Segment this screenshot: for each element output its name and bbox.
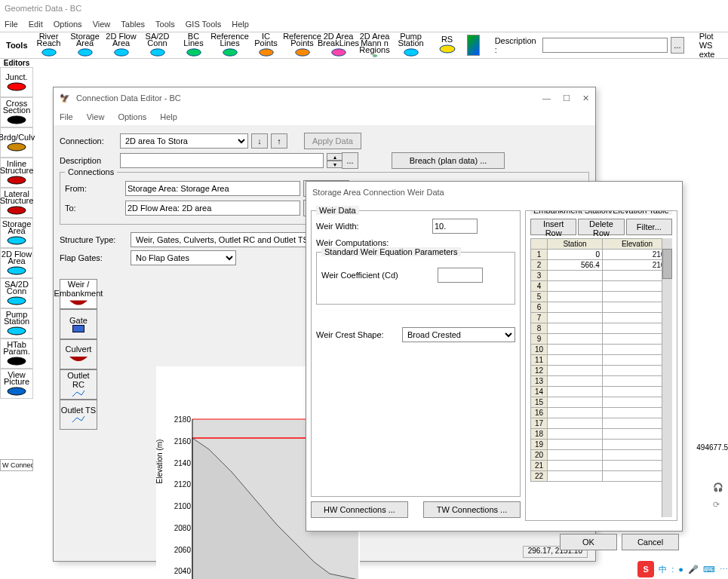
map-icon[interactable] (467, 35, 480, 56)
desc-ellipsis-button[interactable]: ... (342, 152, 358, 169)
conn-desc-input[interactable] (120, 153, 324, 168)
close-icon[interactable]: ✕ (582, 93, 589, 103)
table-row[interactable]: 12 (531, 366, 672, 376)
table-row[interactable]: 20 (531, 450, 672, 461)
editor-storage-area[interactable]: StorageArea (0, 218, 33, 248)
table-row[interactable]: 22 (531, 471, 672, 482)
tool-2d-area-mann-n-regions[interactable]: 2D AreaMann nRegions (357, 32, 393, 58)
connection-select[interactable]: 2D area To Stora (120, 133, 248, 149)
table-row[interactable]: 11 (531, 355, 672, 366)
table-row[interactable]: 13 (531, 376, 672, 387)
tool-2d-flow-area[interactable]: 2D FlowArea (103, 32, 140, 58)
tab-outlet-ts[interactable]: Outlet TS (60, 400, 97, 430)
menu-file[interactable]: File (5, 20, 18, 29)
tab-weir-embankment[interactable]: Weir / Embankment (60, 279, 97, 309)
table-row[interactable]: 9 (531, 334, 672, 345)
tab-culvert[interactable]: Culvert (60, 339, 97, 369)
conn-menu-file[interactable]: File (60, 112, 73, 121)
conn-menu-help[interactable]: Help (160, 112, 177, 121)
tab-gate[interactable]: Gate (60, 309, 97, 339)
ok-button[interactable]: OK (560, 534, 617, 550)
headset-icon[interactable]: 🎧 (713, 482, 723, 492)
table-row[interactable]: 102160 (531, 250, 672, 260)
weir-coef-input[interactable] (438, 268, 483, 283)
menu-gistools[interactable]: GIS Tools (186, 20, 222, 29)
conn-menu-view[interactable]: View (87, 112, 105, 121)
table-row[interactable]: 10 (531, 345, 672, 355)
apply-data-button[interactable]: Apply Data (304, 133, 361, 149)
table-row[interactable]: 2566.42160 (531, 260, 672, 271)
tab-outlet-rc[interactable]: Outlet RC (60, 369, 97, 400)
tray-more-icon[interactable]: ⋯ (720, 565, 728, 574)
menu-view[interactable]: View (93, 20, 111, 29)
table-row[interactable]: 8 (531, 323, 672, 334)
menu-tools[interactable]: Tools (155, 20, 175, 29)
delete-row-button[interactable]: Delete Row (578, 219, 624, 235)
minimize-icon[interactable]: — (542, 93, 551, 103)
editor-lateral-structure[interactable]: LateralStructure (0, 188, 33, 218)
struct-type-select[interactable]: Weir, Gates, Culverts, Outlet RC and Out… (131, 232, 327, 247)
tool-ic-points[interactable]: ICPoints (248, 32, 284, 58)
embankment-table[interactable]: StationElevation 1021602566.421603456789… (530, 238, 672, 482)
table-row[interactable]: 6 (531, 302, 672, 313)
crest-shape-select[interactable]: Broad Crested (402, 327, 515, 342)
tw-connections-button[interactable]: TW Connections ... (423, 501, 521, 518)
menu-help[interactable]: Help (232, 20, 249, 29)
from-input[interactable] (125, 181, 300, 196)
flap-gates-select[interactable]: No Flap Gates (131, 250, 236, 265)
table-row[interactable]: 18 (531, 429, 672, 440)
tool-reference-lines[interactable]: ReferenceLines (212, 32, 248, 58)
filter-button[interactable]: Filter... (626, 219, 672, 235)
refresh-icon[interactable]: ⟳ (713, 500, 723, 510)
editor-inline-structure[interactable]: InlineStructure (0, 158, 33, 188)
table-row[interactable]: 21 (531, 461, 672, 471)
editor-brdg-culv[interactable]: Brdg/Culv (0, 127, 33, 158)
to-input[interactable] (125, 201, 300, 216)
hw-connections-button[interactable]: HW Connections ... (311, 501, 408, 518)
sogou-icon[interactable]: S (637, 561, 654, 577)
editor-sa-2d-conn[interactable]: SA/2DConn (0, 278, 33, 308)
spin-down-icon[interactable]: ▾ (327, 161, 343, 168)
table-row[interactable]: 15 (531, 397, 672, 408)
table-row[interactable]: 7 (531, 313, 672, 323)
insert-row-button[interactable]: Insert Row (530, 219, 576, 235)
maximize-icon[interactable]: ☐ (563, 93, 570, 103)
table-row[interactable]: 19 (531, 440, 672, 450)
table-row[interactable]: 14 (531, 387, 672, 397)
table-row[interactable]: 17 (531, 418, 672, 429)
tool-pump-station[interactable]: PumpStation (393, 32, 429, 58)
spin-up-icon[interactable]: ▴ (327, 153, 343, 161)
tray-face-icon[interactable]: ● (678, 565, 683, 574)
tool-reference-points[interactable]: ReferencePoints (284, 32, 321, 58)
conn-menu-options[interactable]: Options (118, 112, 146, 121)
editor-htab-param-[interactable]: HTabParam. (0, 339, 33, 369)
table-row[interactable]: 5 (531, 292, 672, 302)
breach-button[interactable]: Breach (plan data) ... (392, 152, 505, 169)
desc-input[interactable] (542, 38, 668, 53)
tool-sa-2d-conn[interactable]: SA/2DConn (140, 32, 176, 58)
table-row[interactable]: 4 (531, 281, 672, 292)
up-arrow-button[interactable]: ↑ (271, 133, 287, 149)
editor-view-picture[interactable]: ViewPicture (0, 369, 33, 399)
menu-edit[interactable]: Edit (29, 20, 43, 29)
editor-pump-station[interactable]: PumpStation (0, 308, 33, 339)
tray-kbd-icon[interactable]: ⌨ (703, 565, 715, 574)
tool-river-reach[interactable]: RiverReach (31, 32, 67, 58)
editor-junct-[interactable]: Junct. (0, 67, 33, 97)
weir-width-input[interactable] (432, 219, 478, 234)
down-arrow-button[interactable]: ↓ (251, 133, 268, 149)
tray-ime[interactable]: 中 (659, 564, 667, 575)
cancel-button[interactable]: Cancel (622, 534, 679, 550)
tool-2d-area-breaklines[interactable]: 2D AreaBreakLines (321, 32, 357, 58)
editor-cross-section[interactable]: CrossSection (0, 97, 33, 127)
menu-options[interactable]: Options (54, 20, 82, 29)
table-scrollbar[interactable] (662, 238, 672, 517)
left-status[interactable]: W Connections ... (0, 459, 33, 471)
table-row[interactable]: 16 (531, 408, 672, 418)
tool-rs[interactable]: RS (429, 32, 465, 58)
tool-bc-lines[interactable]: BCLines (176, 32, 212, 58)
tool-storage-area[interactable]: StorageArea (67, 32, 103, 58)
editor-2d-flow-area[interactable]: 2D FlowArea (0, 248, 33, 278)
table-row[interactable]: 3 (531, 271, 672, 281)
desc-more-button[interactable]: ... (671, 37, 684, 54)
